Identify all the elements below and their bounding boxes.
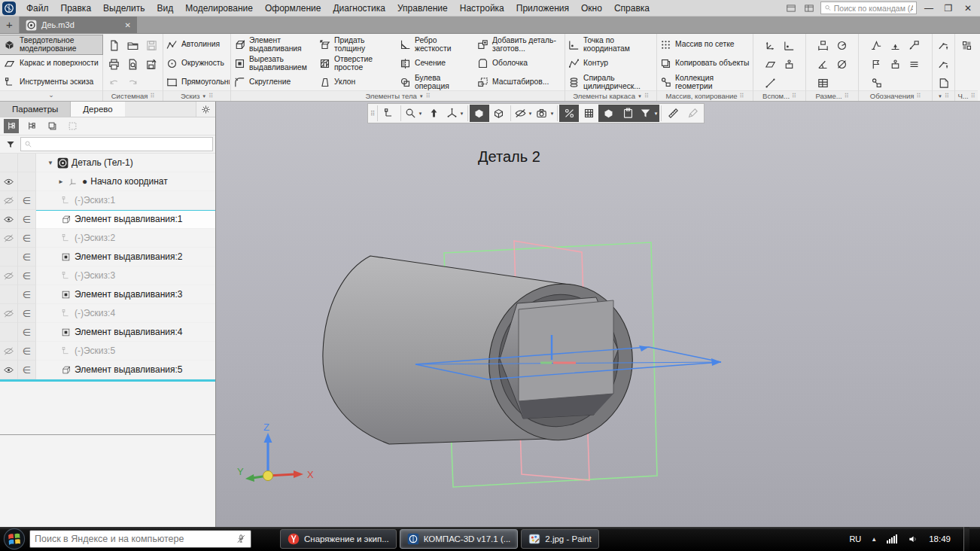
panel-settings-button[interactable]	[196, 102, 215, 117]
tab-tree[interactable]: Дерево	[71, 102, 124, 117]
tree-item-extrude-2[interactable]: ∈ Элемент выдавливания:2	[0, 248, 215, 266]
contour-button[interactable]: Контур	[565, 54, 656, 73]
preview-button[interactable]	[123, 55, 142, 74]
tree-relations-button[interactable]	[44, 119, 59, 133]
save-button[interactable]	[142, 36, 161, 55]
task-browser[interactable]: Снаряжение и экип...	[280, 529, 397, 549]
group-grip-icon[interactable]: ⠿	[740, 93, 744, 99]
show-desktop-button[interactable]	[963, 527, 969, 551]
geometry-collection-button[interactable]: Коллекция геометрии	[657, 73, 752, 92]
mode-solid-modeling[interactable]: Твердотельное моделирование	[0, 35, 102, 54]
tree-item-sketch-3[interactable]: ∈ (-)Эскиз:3	[0, 266, 215, 285]
grid-array-button[interactable]: Массив по сетке	[657, 35, 752, 54]
restore-button[interactable]: ❐	[941, 1, 956, 16]
tree-item-extrude-5[interactable]: ∈ Элемент выдавливания:5	[0, 361, 215, 379]
draft-button[interactable]: Уклон	[316, 73, 397, 92]
language-indicator[interactable]: RU	[849, 534, 861, 543]
microphone-off-icon[interactable]	[236, 533, 246, 545]
radial-dimension-button[interactable]	[832, 36, 851, 55]
volume-icon[interactable]	[907, 534, 919, 544]
menu-management[interactable]: Управление	[391, 0, 454, 17]
network-icon[interactable]	[887, 534, 897, 543]
menu-settings[interactable]: Настройка	[454, 0, 510, 17]
minimize-button[interactable]: —	[921, 1, 936, 16]
style-copy-button[interactable]	[683, 105, 702, 122]
group-dropdown-icon[interactable]: ▼	[938, 94, 942, 99]
menu-styling[interactable]: Оформление	[259, 0, 327, 17]
tree-item-sketch-5[interactable]: ∈ (-)Эскиз:5	[0, 342, 215, 361]
menu-modeling[interactable]: Моделирование	[179, 0, 259, 17]
menu-diagnostics[interactable]: Диагностика	[327, 0, 391, 17]
control-point-button[interactable]	[780, 55, 799, 74]
tab-parameters[interactable]: Параметры	[0, 102, 71, 117]
visibility-off-icon[interactable]	[3, 195, 14, 206]
point-by-coordinates-button[interactable]: Точка по координатам	[565, 35, 656, 54]
group-grip-icon[interactable]: ⠿	[845, 93, 849, 99]
datum-button[interactable]	[886, 36, 905, 55]
print-button[interactable]	[105, 55, 123, 74]
group-grip-icon[interactable]: ⠿	[426, 93, 431, 99]
helper-plane-button[interactable]	[761, 55, 780, 74]
window-layout-icon[interactable]	[784, 3, 798, 14]
group-dropdown-icon[interactable]: ▼	[638, 94, 642, 99]
dropdown-icon[interactable]: ▼	[528, 111, 533, 116]
visibility-on-icon[interactable]	[3, 176, 14, 187]
dropdown-icon[interactable]: ▼	[549, 111, 554, 116]
tree-item-extrude-3[interactable]: ∈ Элемент выдавливания:3	[0, 285, 215, 304]
tree-filter-button[interactable]	[3, 137, 18, 151]
new-tab-button[interactable]: +	[0, 17, 20, 33]
section-button[interactable]: Сечение	[397, 54, 474, 73]
drawing-views-button[interactable]	[957, 36, 976, 55]
snap-mode-button[interactable]	[559, 105, 579, 122]
filter-objects-button[interactable]: ▼	[638, 105, 659, 122]
visibility-off-icon[interactable]	[3, 233, 14, 244]
tree-item-origin[interactable]: ► ● Начало координат	[0, 172, 215, 191]
copy-objects-button[interactable]: Копировать объекты	[657, 54, 752, 73]
tree-item-extrude-1[interactable]: ∈ Элемент выдавливания:1	[0, 210, 215, 229]
thicken-button[interactable]: Придать толщину	[316, 35, 397, 54]
diameter-dimension-button[interactable]	[832, 55, 851, 74]
tree-item-sketch-1[interactable]: ∈ (-)Эскиз:1	[0, 191, 215, 210]
group-grip-icon[interactable]: ⠿	[916, 93, 921, 99]
group-dropdown-icon[interactable]: ▼	[202, 94, 206, 99]
group-grip-icon[interactable]: ⠿	[150, 93, 154, 99]
circle-button[interactable]: Окружность	[163, 54, 230, 73]
tree-structure-view-button[interactable]	[4, 119, 19, 133]
wireframe-display-button[interactable]	[489, 105, 509, 122]
new-document-button[interactable]	[105, 36, 123, 55]
boolean-button[interactable]: Булева операция	[397, 73, 474, 92]
window-split-icon[interactable]	[802, 3, 816, 14]
visibility-off-icon[interactable]	[3, 308, 14, 319]
measure-point-button[interactable]	[934, 55, 953, 74]
visibility-on-icon[interactable]	[3, 364, 14, 376]
rib-button[interactable]: Ребро жесткости	[397, 35, 474, 54]
ribbon-collapse-chevron[interactable]: ⌄	[0, 90, 102, 101]
measure-button[interactable]	[663, 105, 683, 122]
view-axes-button[interactable]: ▼	[444, 105, 466, 122]
zoom-button[interactable]: ▼	[403, 105, 425, 122]
clock[interactable]: 18:49	[929, 534, 951, 543]
simple-hole-button[interactable]: Отверстие простое	[316, 54, 397, 73]
menu-edit[interactable]: Правка	[55, 0, 98, 17]
menu-help[interactable]: Справка	[608, 0, 656, 17]
tab-close-icon[interactable]: ✕	[125, 21, 131, 29]
group-dropdown-icon[interactable]: ▼	[419, 94, 424, 99]
tree-sequence-view-button[interactable]	[24, 119, 39, 133]
task-kompas[interactable]: КОМПАС-3D v17.1 (...	[400, 529, 519, 549]
cylindrical-spiral-button[interactable]: Спираль цилиндрическ...	[565, 73, 656, 92]
tree-item-sketch-4[interactable]: ∈ (-)Эскиз:4	[0, 304, 215, 323]
visibility-on-icon[interactable]	[3, 214, 14, 225]
mode-frame-surfaces[interactable]: Каркас и поверхности	[0, 54, 102, 73]
command-search-input[interactable]	[834, 4, 913, 13]
mode-sketch-tools[interactable]: Инструменты эскиза	[0, 73, 102, 92]
shell-button[interactable]: Оболочка	[474, 54, 562, 73]
tree-item-part[interactable]: ▼ Деталь (Тел-1)	[0, 154, 215, 172]
visibility-off-icon[interactable]	[3, 346, 14, 357]
tree-item-extrude-4[interactable]: ∈ Элемент выдавливания:4	[0, 323, 215, 342]
scale-button[interactable]: Масштабиров...	[474, 73, 562, 92]
tree-item-sketch-2[interactable]: ∈ (-)Эскиз:2	[0, 229, 215, 248]
toolbar-grip-icon[interactable]: ⠿	[370, 110, 376, 117]
menu-file[interactable]: Файл	[20, 0, 55, 17]
tree-search-input[interactable]	[35, 140, 209, 149]
group-grip-icon[interactable]: ⠿	[971, 93, 975, 99]
